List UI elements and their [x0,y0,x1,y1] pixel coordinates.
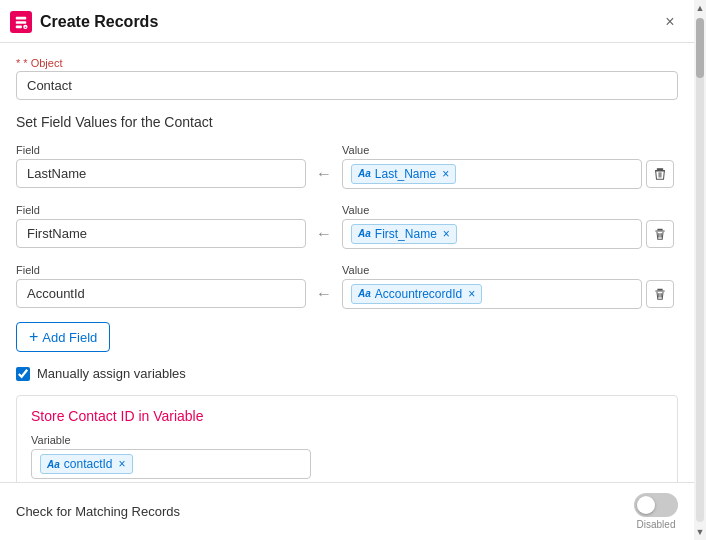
modal-main-content: + Create Records × * Object Set Field Va… [0,0,694,540]
tag-text-2: AccountrecordId [375,287,462,301]
field-label-1: Field [16,204,306,216]
delete-row-1-button[interactable] [646,220,674,248]
svg-rect-12 [657,289,662,291]
close-button[interactable]: × [658,10,682,34]
svg-rect-6 [655,171,665,172]
svg-rect-0 [16,17,27,20]
field-col-2: Field [16,264,306,308]
value-col-0: Value Aa Last_Name × [342,144,642,189]
svg-rect-8 [655,231,665,232]
svg-text:+: + [25,25,27,29]
arrow-icon-2: ← [316,285,332,303]
manually-assign-row: Manually assign variables [16,366,678,381]
arrow-icon-1: ← [316,225,332,243]
modal-header-icon: + [10,11,32,33]
field-col-1: Field [16,204,306,248]
tag-close-0[interactable]: × [442,167,449,181]
value-tag-container-1[interactable]: Aa First_Name × [342,219,642,249]
tag-type-icon-2: Aa [358,288,371,299]
field-label-0: Field [16,144,306,156]
tag-close-1[interactable]: × [443,227,450,241]
value-col-2: Value Aa AccountrecordId × [342,264,642,309]
arrow-col-2: ← [306,267,342,305]
toggle-track [634,493,678,517]
object-section: * Object [16,57,678,100]
scrollbar: ▲ ▼ [694,0,706,540]
manually-assign-checkbox[interactable] [16,367,30,381]
svg-rect-13 [655,291,665,292]
object-input[interactable] [16,71,678,100]
trash-icon-0 [653,167,667,181]
store-section-title: Store Contact ID in Variable [31,408,663,424]
scrollbar-track [696,18,704,522]
store-section: Store Contact ID in Variable Variable Aa… [16,395,678,482]
check-matching-toggle[interactable] [634,493,678,517]
add-field-button[interactable]: + Add Field [16,322,110,352]
tag-close-2[interactable]: × [468,287,475,301]
field-col-0: Field [16,144,306,188]
field-rows-container: Field ← Value Aa Last_Name × [16,142,678,310]
delete-row-0-button[interactable] [646,160,674,188]
value-label-0: Value [342,144,642,156]
add-field-label: Add Field [42,330,97,345]
manually-assign-label: Manually assign variables [37,366,186,381]
svg-rect-1 [16,21,27,24]
delete-row-2-button[interactable] [646,280,674,308]
toggle-container: Disabled [634,493,678,530]
field-input-2[interactable] [16,279,306,308]
modal-title: Create Records [40,13,658,31]
scrollbar-thumb[interactable] [696,18,704,78]
object-label: * Object [16,57,678,69]
value-tag-container-0[interactable]: Aa Last_Name × [342,159,642,189]
variable-tag-close[interactable]: × [119,457,126,471]
svg-rect-5 [657,169,662,171]
value-label-2: Value [342,264,642,276]
trash-icon-1 [653,227,667,241]
variable-tag-container[interactable]: Aa contactId × [31,449,311,479]
variable-tag-text: contactId [64,457,113,471]
toggle-disabled-label: Disabled [637,519,676,530]
field-label-2: Field [16,264,306,276]
value-col-1: Value Aa First_Name × [342,204,642,249]
variable-tag: Aa contactId × [40,454,133,474]
field-row-0: Field ← Value Aa Last_Name × [16,142,678,190]
set-fields-heading: Set Field Values for the Contact [16,114,678,130]
tag-type-icon-1: Aa [358,228,371,239]
records-icon: + [14,15,28,29]
value-tag-0: Aa Last_Name × [351,164,456,184]
field-row-1: Field ← Value Aa First_Name × [16,202,678,250]
delete-col-0 [642,142,678,190]
tag-text-0: Last_Name [375,167,436,181]
trash-icon-2 [653,287,667,301]
variable-label: Variable [31,434,663,446]
arrow-col-1: ← [306,207,342,245]
arrow-col-0: ← [306,147,342,185]
create-records-modal: + Create Records × * Object Set Field Va… [0,0,706,540]
tag-text-1: First_Name [375,227,437,241]
modal-body: * Object Set Field Values for the Contac… [0,43,694,482]
field-input-0[interactable] [16,159,306,188]
scroll-down-arrow[interactable]: ▼ [694,524,706,540]
svg-rect-2 [16,26,22,29]
delete-col-2 [642,262,678,310]
scroll-up-arrow[interactable]: ▲ [694,0,706,16]
delete-col-1 [642,202,678,250]
modal-header: + Create Records × [0,0,694,43]
add-field-plus-icon: + [29,328,38,346]
value-tag-2: Aa AccountrecordId × [351,284,482,304]
value-label-1: Value [342,204,642,216]
field-input-1[interactable] [16,219,306,248]
value-tag-container-2[interactable]: Aa AccountrecordId × [342,279,642,309]
arrow-icon-0: ← [316,165,332,183]
value-tag-1: Aa First_Name × [351,224,457,244]
modal-footer: Check for Matching Records Disabled [0,482,694,540]
variable-tag-type-icon: Aa [47,459,60,470]
tag-type-icon-0: Aa [358,168,371,179]
field-row-2: Field ← Value Aa AccountrecordId × [16,262,678,310]
toggle-knob [637,496,655,514]
footer-label: Check for Matching Records [16,504,180,519]
svg-rect-7 [657,229,662,231]
